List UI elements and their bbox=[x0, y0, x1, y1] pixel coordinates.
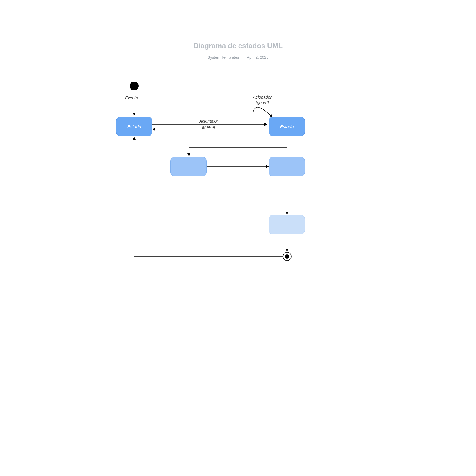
edge-s2-selfloop bbox=[253, 107, 272, 117]
edge-label-selfloop: Acionador [guard] bbox=[253, 95, 272, 105]
state-box-4[interactable] bbox=[269, 157, 305, 176]
edge-s2-to-s3 bbox=[189, 137, 287, 156]
edge-final-to-s1 bbox=[134, 137, 283, 256]
edge-label-evento: Evento bbox=[125, 95, 138, 101]
diagram-canvas: Estado Estado Evento Acionador [guard] A… bbox=[0, 0, 476, 476]
initial-state-icon bbox=[130, 82, 139, 90]
edge-label-line: Acionador bbox=[253, 95, 272, 100]
state-box-1[interactable]: Estado bbox=[116, 117, 152, 136]
state-box-3[interactable] bbox=[170, 157, 207, 176]
edge-label-line: [guard] bbox=[202, 124, 215, 129]
final-state-inner bbox=[285, 254, 289, 259]
edge-label-line: Acionador bbox=[199, 119, 218, 123]
edge-label-line: [guard] bbox=[256, 100, 269, 105]
diagram-edges bbox=[0, 0, 476, 476]
edge-label-acionador: Acionador [guard] bbox=[199, 118, 218, 129]
state-box-5[interactable] bbox=[269, 215, 305, 234]
state-label: Estado bbox=[280, 124, 294, 129]
state-label: Estado bbox=[127, 124, 141, 129]
state-box-2[interactable]: Estado bbox=[269, 117, 305, 136]
